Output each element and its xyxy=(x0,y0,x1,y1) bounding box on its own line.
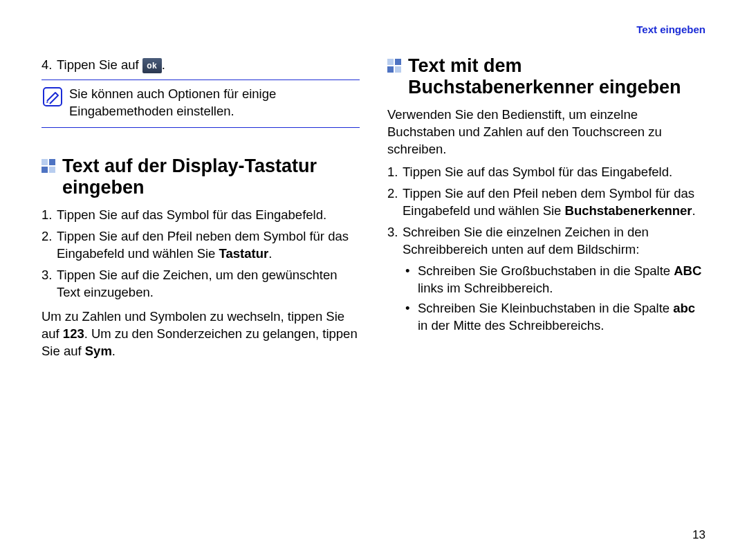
step-2: 2. Tippen Sie auf den Pfeil neben dem Sy… xyxy=(387,185,706,220)
step-3: 3. Schreiben Sie die einzelnen Zeichen i… xyxy=(387,224,706,259)
svg-rect-0 xyxy=(44,88,62,106)
step-1: 1. Tippen Sie auf das Symbol für das Ein… xyxy=(387,164,706,181)
intro-paragraph: Verwenden Sie den Bedienstift, um einzel… xyxy=(387,106,706,158)
running-header: Text eingeben xyxy=(636,24,706,35)
step-number: 4. xyxy=(42,57,57,74)
step-4-pre: Tippen Sie auf xyxy=(57,57,142,72)
step-4-post: . xyxy=(162,57,165,72)
step-3: 3. Tippen Sie auf die Zeichen, um den ge… xyxy=(42,267,360,301)
note-icon xyxy=(43,87,62,106)
bullet-2: Schreiben Sie Kleinbuchstaben in die Spa… xyxy=(403,300,706,335)
step-4: 4. Tippen Sie auf ok. xyxy=(42,57,360,74)
section-title-text: Text auf der Display-Tastatur eingeben xyxy=(62,156,360,198)
steps-list-left: 1. Tippen Sie auf das Symbol für das Ein… xyxy=(42,207,360,301)
section-heading-display-tastatur: Text auf der Display-Tastatur eingeben xyxy=(42,156,360,198)
step-2: 2. Tippen Sie auf den Pfeil neben dem Sy… xyxy=(42,228,360,263)
manual-page: Text eingeben 4. Tippen Sie auf ok. Sie xyxy=(0,0,747,560)
section-heading-buchstabenerkenner: Text mit dem Buchstabenerkenner eingeben xyxy=(387,55,706,98)
tail-paragraph: Um zu Zahlen und Symbolen zu wechseln, t… xyxy=(42,308,360,360)
squares-icon xyxy=(387,59,401,73)
squares-icon xyxy=(42,159,55,173)
page-number: 13 xyxy=(692,528,706,542)
steps-list-right: 1. Tippen Sie auf das Symbol für das Ein… xyxy=(387,164,706,259)
note-text: Sie können auch Optionen für einige Eing… xyxy=(69,86,358,120)
step-1: 1. Tippen Sie auf das Symbol für das Ein… xyxy=(42,207,360,224)
section-title-text: Text mit dem Buchstabenerkenner eingeben xyxy=(408,55,706,98)
right-column: Text mit dem Buchstabenerkenner eingeben… xyxy=(387,55,706,360)
note-box: Sie können auch Optionen für einige Eing… xyxy=(42,80,360,128)
ok-key-icon: ok xyxy=(142,58,162,73)
left-column: 4. Tippen Sie auf ok. Sie können auch Op… xyxy=(42,55,360,360)
bullet-1: Schreiben Sie Großbuchstaben in die Spal… xyxy=(403,263,706,297)
bullet-list: Schreiben Sie Großbuchstaben in die Spal… xyxy=(403,263,706,335)
